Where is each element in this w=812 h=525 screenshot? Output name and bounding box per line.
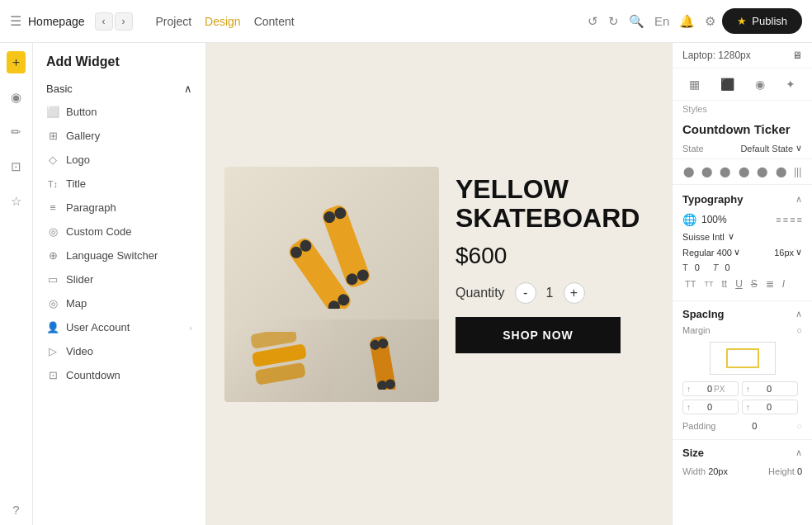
align-bottom-icon[interactable]: ⬤ [772, 164, 790, 179]
bell-icon[interactable]: 🔔 [679, 14, 695, 29]
sidebar-item-button[interactable]: ⬜ Button [33, 100, 205, 124]
panel-icon-fill[interactable]: ⬛ [716, 75, 739, 93]
padding-value: 0 [752, 421, 757, 431]
custom-code-icon: ◎ [46, 225, 59, 238]
margin-link-icon[interactable]: ○ [796, 325, 802, 335]
redo-icon[interactable]: ↻ [608, 14, 619, 29]
panel-icon-border[interactable]: ◉ [751, 75, 769, 93]
sidebar-item-language-switcher[interactable]: ⊕ Language Switcher [33, 244, 205, 267]
lang-icon[interactable]: En [654, 14, 669, 28]
text-align-left-icon[interactable]: ≡ [776, 215, 781, 225]
nav-design[interactable]: Design [205, 15, 241, 28]
sidebar-item-logo[interactable]: ◇ Logo [33, 148, 205, 172]
zoom-icon[interactable]: 🔍 [629, 14, 644, 29]
font-name-dropdown[interactable]: Suisse Intl ∨ [682, 231, 802, 242]
text-tt-small-icon[interactable]: TT [701, 279, 715, 289]
add-widget-icon[interactable]: ＋ [7, 51, 26, 73]
sidebar-item-title[interactable]: T↕ Title [33, 172, 205, 196]
margin-bottom-input[interactable] [692, 402, 712, 412]
text-italic-icon[interactable]: I [780, 277, 787, 291]
size-width-group: Width 20px [682, 466, 728, 476]
text-strikethrough-icon[interactable]: S [748, 277, 760, 291]
margin-top-input[interactable] [692, 384, 712, 394]
size-collapse-icon[interactable]: ∧ [795, 447, 802, 458]
margin-left-input[interactable] [752, 402, 772, 412]
quantity-increase-btn[interactable]: + [564, 282, 585, 304]
font-percentage[interactable]: 100% [701, 214, 727, 225]
sidebar-item-user-account[interactable]: 👤 User Account › [33, 315, 205, 339]
draw-icon[interactable]: ✏ [7, 121, 25, 143]
padding-link-icon[interactable]: ○ [796, 421, 802, 431]
undo-icon[interactable]: ↺ [588, 14, 598, 29]
state-dropdown[interactable]: Default State ∨ [740, 143, 802, 154]
font-size-dropdown[interactable]: 16px ∨ [774, 247, 802, 258]
user-account-arrow: › [189, 323, 192, 333]
section-collapse-icon[interactable]: ∧ [184, 83, 192, 95]
sidebar-title: Add Widget [33, 43, 205, 78]
title-fwd-btn[interactable]: › [115, 12, 133, 31]
sidebar-item-label: Gallery [66, 130, 100, 142]
publish-label: Publish [752, 15, 787, 27]
align-right-icon[interactable]: ⬤ [716, 164, 734, 179]
text-underline-icon[interactable]: U [733, 277, 745, 291]
align-left-icon[interactable]: ⬤ [680, 164, 697, 179]
typography-section-header: Typography ∧ [673, 192, 812, 210]
widget-sidebar: Add Widget Basic ∧ ⬜ Button ⊞ Gallery ◇ … [33, 43, 206, 525]
nav-content[interactable]: Content [254, 15, 295, 28]
text-align-center-icon[interactable]: ≡ [783, 215, 788, 225]
margin-visual-container [673, 338, 812, 378]
sidebar-item-video[interactable]: ▷ Video [33, 339, 205, 363]
device-settings-icon[interactable]: 🖥 [792, 50, 802, 61]
sidebar-item-paragraph[interactable]: ≡ Paragraph [33, 196, 205, 220]
size-label: Size [682, 447, 704, 459]
sidebar-item-label: Language Switcher [66, 249, 158, 262]
menu-icon[interactable]: ☰ [10, 13, 21, 29]
transform-val-2[interactable]: 0 [725, 262, 730, 272]
help-icon[interactable]: ? [9, 499, 22, 520]
sidebar-item-map[interactable]: ◎ Map [33, 291, 205, 315]
distribute-icon[interactable]: ||| [791, 164, 805, 179]
align-middle-icon[interactable]: ⬤ [753, 164, 771, 179]
align-center-icon[interactable]: ⬤ [698, 164, 715, 179]
typography-collapse-icon[interactable]: ∧ [795, 194, 802, 205]
text-indent-icon[interactable]: ≣ [763, 277, 777, 291]
font-weight-dropdown[interactable]: Regular 400 ∨ [682, 247, 740, 258]
product-thumb-left[interactable] [224, 319, 332, 402]
font-weight-row: Regular 400 ∨ 16px ∨ [673, 244, 812, 260]
margin-right-input[interactable] [752, 384, 772, 394]
sidebar-item-custom-code[interactable]: ◎ Custom Code [33, 220, 205, 244]
product-thumb-right[interactable] [332, 319, 439, 402]
text-tt-icon[interactable]: TT [682, 278, 698, 290]
layers-icon[interactable]: ◉ [7, 87, 25, 108]
quantity-decrease-btn[interactable]: - [515, 282, 536, 304]
align-top-icon[interactable]: ⬤ [735, 164, 753, 179]
spacing-section: SpacIng ∧ Margin ○ ↑ PX ↑ [673, 301, 812, 440]
star-icon[interactable]: ☆ [7, 191, 25, 212]
settings-icon[interactable]: ⚙ [705, 14, 715, 29]
title-back-btn[interactable]: ‹ [95, 12, 113, 31]
sidebar-item-gallery[interactable]: ⊞ Gallery [33, 124, 205, 148]
publish-button[interactable]: ★ Publish [722, 8, 802, 34]
pages-icon[interactable]: ⊡ [7, 156, 25, 177]
text-align-justify-icon[interactable]: ≡ [797, 215, 802, 225]
main-area: ＋ ◉ ✏ ⊡ ☆ ? Add Widget Basic ∧ ⬜ Button … [0, 43, 812, 525]
text-tt-upper-icon[interactable]: tt [719, 277, 729, 291]
shop-now-button[interactable]: SHOP NOW [456, 317, 621, 353]
product-name: YELLOW SKATEBOARD [456, 175, 654, 233]
margin-right-input-group: ↑ [742, 381, 798, 396]
video-widget-icon: ▷ [46, 345, 59, 357]
sidebar-item-slider[interactable]: ▭ Slider [33, 267, 205, 291]
spacing-collapse-icon[interactable]: ∧ [795, 309, 802, 319]
nav-project[interactable]: Project [156, 15, 192, 28]
product-price: $600 [456, 243, 654, 269]
size-width-value[interactable]: 20px [708, 466, 728, 476]
sidebar-item-label: Title [66, 177, 86, 190]
size-height-value[interactable]: 0 [797, 466, 802, 476]
user-account-icon: 👤 [46, 321, 59, 333]
panel-icon-layout[interactable]: ▦ [685, 75, 704, 93]
text-align-right-icon[interactable]: ≡ [790, 215, 795, 225]
transform-val-1[interactable]: 0 [695, 262, 700, 272]
margin-inner-box [726, 348, 759, 368]
panel-icon-fx[interactable]: ✦ [781, 75, 800, 93]
sidebar-item-countdown[interactable]: ⊡ Countdown [33, 363, 205, 387]
